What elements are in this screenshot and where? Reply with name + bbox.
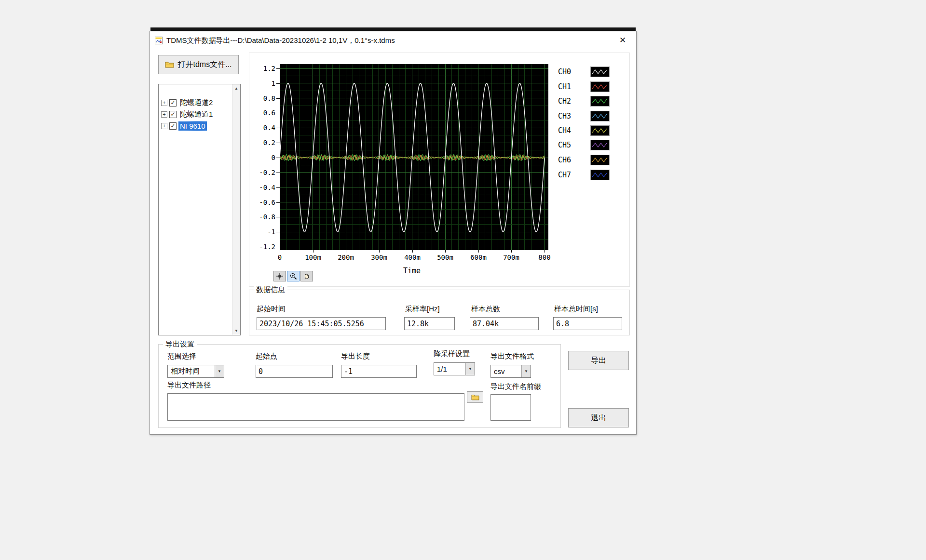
range-select-label: 范围选择 xyxy=(167,352,196,361)
expand-icon[interactable]: + xyxy=(161,123,167,129)
export-settings-group-label: 导出设置 xyxy=(163,340,197,349)
export-path-label: 导出文件路径 xyxy=(167,381,211,390)
y-tick: -1.2 xyxy=(250,243,275,251)
graph-panel: 1.2 1 0.8 0.6 0.4 0.2 0 -0.2 -0.4 -0.6 -… xyxy=(249,53,630,287)
legend-plot-icon-ch1[interactable] xyxy=(590,81,610,92)
export-length-label: 导出长度 xyxy=(341,352,370,361)
zoom-tool-icon[interactable] xyxy=(287,271,300,281)
waveform-svg xyxy=(280,64,548,250)
open-tdms-label: 打开tdms文件... xyxy=(177,60,232,70)
x-axis-label: Time xyxy=(364,267,460,275)
y-tick: 0.6 xyxy=(250,109,275,117)
data-info-group: 数据信息 起始时间 采样率[Hz] 样本总数 样本总时间[s] xyxy=(249,290,630,335)
y-tick: 0 xyxy=(250,154,275,161)
waveform-plot[interactable] xyxy=(280,64,548,250)
start-time-label: 起始时间 xyxy=(257,305,286,314)
expand-icon[interactable]: + xyxy=(161,111,167,118)
total-time-label: 样本总时间[s] xyxy=(554,305,598,314)
app-icon xyxy=(155,37,163,44)
chevron-down-icon[interactable]: ▼ xyxy=(215,365,224,377)
export-settings-group: 导出设置 范围选择 相对时间 ▼ 起始点 导出长度 降采样设置 1/1 ▼ 导出… xyxy=(158,344,561,428)
tree-item-label[interactable]: 陀螺通道1 xyxy=(178,109,214,120)
y-tick: 1 xyxy=(250,80,275,87)
total-time-value[interactable] xyxy=(553,317,622,330)
export-path-input[interactable] xyxy=(167,393,464,421)
checkbox-ni-9610[interactable]: ✓ xyxy=(169,122,177,130)
sample-rate-label: 采样率[Hz] xyxy=(405,305,440,314)
file-prefix-input[interactable] xyxy=(490,394,531,421)
legend-plot-icon-ch7[interactable] xyxy=(590,170,610,180)
tdms-export-dialog: TDMS文件数据导出---D:\Data\Data-20231026\1-2 1… xyxy=(150,31,637,435)
chevron-down-icon[interactable]: ▼ xyxy=(521,365,531,377)
data-info-group-label: 数据信息 xyxy=(254,285,287,294)
x-tick: 800 xyxy=(525,253,564,261)
title-bar[interactable]: TDMS文件数据导出---D:\Data\Data-20231026\1-2 1… xyxy=(150,31,636,50)
legend-label-ch0: CH0 xyxy=(558,67,586,76)
legend-label-ch2: CH2 xyxy=(558,97,586,106)
file-format-dropdown[interactable]: csv ▼ xyxy=(490,365,531,378)
sample-rate-value[interactable] xyxy=(404,317,455,330)
start-time-value[interactable] xyxy=(257,317,386,330)
checkbox-gyro-channel-1[interactable]: ✓ xyxy=(169,111,177,118)
downsample-label: 降采样设置 xyxy=(434,349,470,359)
export-button[interactable]: 导出 xyxy=(568,351,629,370)
legend-label-ch6: CH6 xyxy=(558,156,586,164)
downsample-dropdown[interactable]: 1/1 ▼ xyxy=(434,362,475,375)
exit-button[interactable]: 退出 xyxy=(568,408,629,427)
y-tick: -0.8 xyxy=(250,213,275,221)
legend-plot-icon-ch3[interactable] xyxy=(590,111,610,121)
y-tick: 0.2 xyxy=(250,139,275,147)
crosshair-tool-icon[interactable] xyxy=(273,271,286,281)
window-title: TDMS文件数据导出---D:\Data\Data-20231026\1-2 1… xyxy=(166,36,395,45)
chevron-down-icon[interactable]: ▼ xyxy=(465,363,475,375)
downsample-value: 1/1 xyxy=(434,363,465,375)
y-tick: 0.4 xyxy=(250,124,275,132)
legend-label-ch5: CH5 xyxy=(558,141,586,149)
tree-item-gyro-channel-1[interactable]: + ✓ 陀螺通道1 xyxy=(161,108,214,120)
range-select-value: 相对时间 xyxy=(168,365,215,377)
x-tick: 200m xyxy=(327,253,365,261)
folder-icon xyxy=(471,394,479,400)
legend-plot-icon-ch6[interactable] xyxy=(590,155,610,165)
y-tick: 0.8 xyxy=(250,94,275,102)
checkbox-gyro-channel-2[interactable]: ✓ xyxy=(169,99,177,107)
y-tick: -0.4 xyxy=(250,184,275,191)
pan-tool-icon[interactable] xyxy=(300,271,313,281)
start-point-label: 起始点 xyxy=(256,352,277,361)
legend-label-ch1: CH1 xyxy=(558,82,586,91)
tree-item-gyro-channel-2[interactable]: + ✓ 陀螺通道2 xyxy=(161,97,214,108)
open-folder-icon xyxy=(165,61,174,68)
tree-item-label[interactable]: 陀螺通道2 xyxy=(178,98,214,108)
scroll-down-icon[interactable]: ▼ xyxy=(232,327,240,335)
legend-label-ch7: CH7 xyxy=(558,171,586,179)
tree-item-label-selected[interactable]: NI 9610 xyxy=(178,121,207,131)
channel-tree: + ✓ 陀螺通道2 + ✓ 陀螺通道1 + ✓ NI 9610 ▲ ▼ xyxy=(158,84,241,335)
desktop-background: TDMS文件数据导出---D:\Data\Data-20231026\1-2 1… xyxy=(0,0,926,560)
y-tick: -0.2 xyxy=(250,169,275,176)
export-length-input[interactable] xyxy=(341,365,417,378)
legend-plot-icon-ch5[interactable] xyxy=(590,140,610,150)
file-format-label: 导出文件格式 xyxy=(490,352,534,361)
legend-label-ch4: CH4 xyxy=(558,126,586,135)
file-format-value: csv xyxy=(491,365,521,377)
start-point-input[interactable] xyxy=(256,365,333,378)
tree-scrollbar[interactable]: ▲ ▼ xyxy=(232,84,240,335)
expand-icon[interactable]: + xyxy=(161,100,167,106)
legend-label-ch3: CH3 xyxy=(558,112,586,120)
file-prefix-label: 导出文件名前缀 xyxy=(490,382,541,391)
open-tdms-button[interactable]: 打开tdms文件... xyxy=(158,55,239,74)
close-button[interactable]: ✕ xyxy=(614,33,631,48)
browse-folder-button[interactable] xyxy=(467,391,483,403)
x-tick: 500m xyxy=(426,253,464,261)
scroll-up-icon[interactable]: ▲ xyxy=(232,84,240,93)
range-select-dropdown[interactable]: 相对时间 ▼ xyxy=(167,365,224,378)
legend-plot-icon-ch4[interactable] xyxy=(590,125,610,136)
y-tick: -1 xyxy=(250,228,275,236)
y-tick: 1.2 xyxy=(250,65,275,72)
total-samples-value[interactable] xyxy=(470,317,539,330)
legend-plot-icon-ch2[interactable] xyxy=(590,96,610,107)
x-tick: 700m xyxy=(492,253,531,261)
x-tick: 0 xyxy=(260,253,299,261)
tree-item-ni-9610[interactable]: + ✓ NI 9610 xyxy=(161,120,207,132)
legend-plot-icon-ch0[interactable] xyxy=(590,67,610,77)
